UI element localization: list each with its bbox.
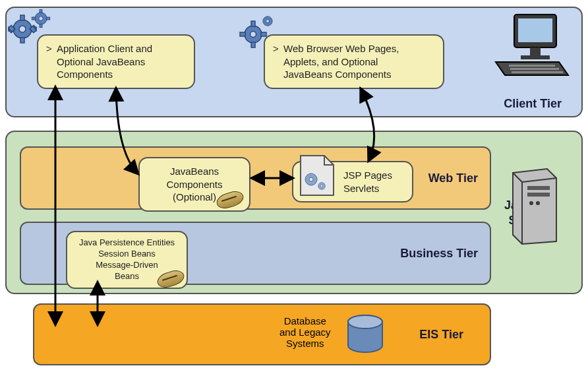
svg-rect-35 [510,68,559,70]
svg-point-39 [529,201,533,205]
svg-point-40 [536,201,540,205]
svg-rect-31 [518,18,552,42]
svg-rect-13 [40,24,42,27]
svg-point-11 [39,16,44,21]
svg-rect-34 [509,65,555,67]
svg-rect-21 [240,32,245,36]
business-tier-label: Business Tier [400,247,478,261]
gear-icon [7,9,57,49]
node-db-line3: Systems [279,338,331,349]
node-jsp-line2: Servlets [343,182,403,195]
svg-rect-32 [530,47,541,55]
svg-rect-19 [251,42,255,47]
node-jsp-line1: JSP Pages [343,169,403,182]
node-application-client-line3: Components [57,68,185,81]
node-web-browser-line3: JavaBeans Components [283,68,434,81]
svg-point-1 [19,26,26,32]
computer-icon [492,12,570,83]
svg-rect-2 [20,15,24,20]
svg-rect-36 [512,71,563,73]
node-db-line2: and Legacy [279,326,331,338]
node-ejb-line1: Java Persistence Entities [74,237,180,249]
node-javabeans-line1: JavaBeans [149,165,240,178]
web-tier-container: Web Tier [20,146,491,210]
node-database-legacy: Database and Legacy Systems [279,315,331,349]
web-tier-label: Web Tier [428,171,478,185]
node-web-browser-line1: Web Browser Web Pages, [283,42,434,55]
client-tier-label: Client Tier [504,97,562,111]
node-application-client-line1: Application Client and [57,42,185,55]
node-application-client-line2: Optional JavaBeans [57,55,185,69]
svg-point-29 [348,315,382,328]
gear-icon [239,13,281,53]
svg-point-25 [309,177,313,181]
database-cylinder-icon [345,314,385,359]
svg-rect-37 [527,186,550,190]
node-javabeans-line2: Components [149,178,240,191]
node-db-line1: Database [279,315,331,326]
node-ejb-line3: Message-Driven [74,260,180,271]
svg-rect-20 [261,32,266,36]
svg-rect-38 [527,193,550,197]
node-web-browser: > Web Browser Web Pages, Applets, and Op… [264,34,444,89]
node-ejb-line2: Session Beans [74,249,180,260]
node-web-browser-line2: Applets, and Optional [283,55,434,69]
svg-rect-33 [521,55,550,59]
svg-point-17 [250,32,256,38]
document-icon [297,153,338,202]
svg-point-27 [320,185,323,187]
svg-point-23 [266,20,270,23]
svg-rect-18 [251,21,255,26]
eis-tier-container: EIS Tier [33,303,491,365]
server-icon [504,166,560,249]
svg-rect-12 [40,9,42,13]
svg-rect-3 [20,38,24,43]
svg-rect-15 [32,17,35,20]
node-application-client: > Application Client and Optional JavaBe… [37,34,195,89]
eis-tier-label: EIS Tier [419,328,463,342]
svg-rect-14 [46,17,49,20]
